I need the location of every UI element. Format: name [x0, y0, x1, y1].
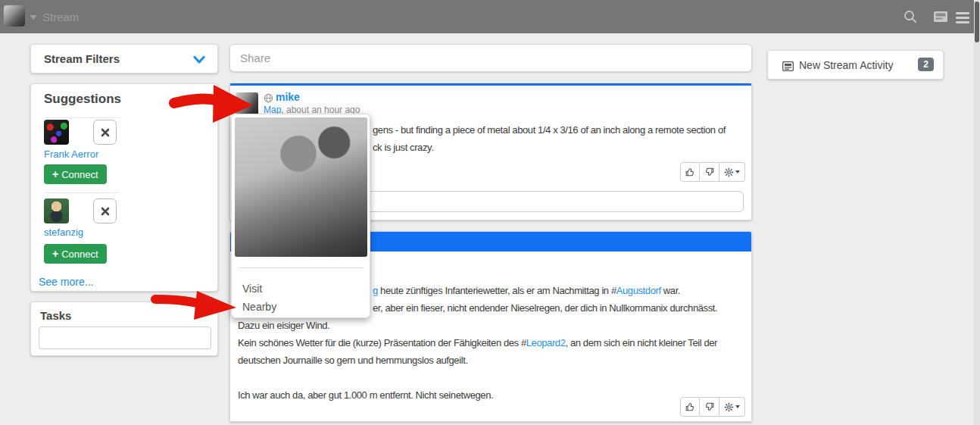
new-stream-activity-label: New Stream Activity	[799, 59, 893, 71]
hashtag-link[interactable]: Leopard2	[526, 337, 566, 348]
menu-icon[interactable]	[956, 12, 969, 26]
suggestion-avatar[interactable]	[44, 198, 69, 223]
share-box	[229, 44, 752, 72]
like-button[interactable]	[680, 162, 700, 182]
hovercard-menu-item-visit[interactable]: Visit	[232, 280, 370, 298]
post-body-line: er, aber ein fieser, nicht endender Nies…	[373, 299, 717, 317]
share-input[interactable]	[230, 45, 751, 71]
activity-count-badge: 2	[918, 58, 934, 71]
dislike-button[interactable]	[700, 162, 719, 182]
post-author-link[interactable]: mike	[276, 91, 300, 103]
connect-button[interactable]: + Connect	[44, 244, 107, 264]
suggestion-avatar[interactable]	[44, 120, 69, 145]
profile-hovercard: Visit Nearby	[231, 114, 370, 318]
suggestion-name-link[interactable]: Frank Aerror	[44, 148, 98, 160]
chevron-down-icon	[735, 170, 740, 173]
post-actions	[680, 397, 745, 417]
tasks-card: Tasks	[30, 302, 218, 356]
top-navbar: Stream	[0, 0, 980, 33]
post-actions	[680, 162, 745, 182]
task-input[interactable]	[39, 327, 211, 349]
dislike-button[interactable]	[700, 397, 719, 417]
like-button[interactable]	[680, 397, 700, 417]
post-body-line: deutschen Journaille so gern und hemmung…	[238, 352, 468, 369]
post-settings-button[interactable]	[719, 397, 745, 417]
connect-button-label: Connect	[61, 169, 98, 180]
mention-link[interactable]: g	[373, 285, 378, 296]
user-avatar[interactable]	[4, 5, 25, 27]
suggestions-card: Suggestions Frank Aerror + Connect stefa…	[30, 83, 218, 292]
suggestions-title: Suggestions	[44, 92, 121, 107]
stream-filters-card: Stream Filters	[30, 44, 218, 73]
plus-icon: +	[52, 168, 58, 180]
tasks-title: Tasks	[40, 309, 71, 322]
post-body-line: Dazu ein eisiger Wind.	[238, 317, 329, 334]
post-body-line: g heute zünftiges Infanteriewetter, als …	[373, 282, 680, 299]
chevron-down-icon[interactable]	[30, 15, 37, 20]
post-body-line: Ich war auch da, aber gut 1.000 m entfer…	[238, 386, 493, 404]
post-body-line: ck is just crazy.	[373, 139, 433, 156]
divider	[44, 117, 120, 118]
scrollbar-track[interactable]	[974, 0, 980, 425]
hovercard-menu-item-nearby[interactable]: Nearby	[232, 298, 370, 316]
divider	[44, 192, 120, 193]
new-stream-activity-card[interactable]: New Stream Activity 2	[767, 50, 944, 80]
plus-icon: +	[52, 248, 58, 260]
see-more-link[interactable]: See more...	[39, 276, 93, 288]
suggestion-name-link[interactable]: stefanzig	[44, 227, 83, 238]
stream-activity-icon	[782, 61, 794, 74]
dismiss-suggestion-button[interactable]	[93, 120, 117, 145]
post-settings-button[interactable]	[719, 162, 745, 182]
post-author-avatar[interactable]	[236, 92, 258, 115]
chevron-down-icon[interactable]	[193, 54, 205, 67]
post-body-line: Kein schönes Wetter für die (kurze) Präs…	[238, 334, 717, 352]
dismiss-suggestion-button[interactable]	[93, 198, 117, 223]
page-title: Stream	[42, 11, 79, 23]
stream-panel-icon[interactable]	[933, 11, 950, 26]
profile-photo[interactable]	[235, 117, 367, 257]
scrollbar-thumb[interactable]	[975, 2, 979, 42]
search-icon[interactable]	[903, 9, 919, 24]
screen: Stream Stream Filters Suggestions Frank …	[0, 0, 980, 425]
stream-filters-title: Stream Filters	[44, 52, 120, 65]
post-body-line: gens - but finding a piece of metal abou…	[373, 121, 726, 139]
divider	[238, 267, 364, 268]
hashtag-link[interactable]: Augustdorf	[616, 285, 661, 296]
chevron-down-icon	[735, 405, 740, 408]
connect-button-label: Connect	[61, 248, 98, 260]
connect-button[interactable]: + Connect	[44, 164, 107, 184]
